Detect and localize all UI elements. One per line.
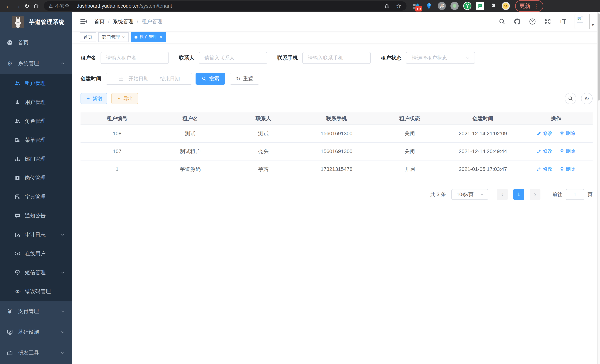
breadcrumb: 首页 / 系统管理 / 租户管理 [94,18,162,25]
sidebar-item-user[interactable]: 用户管理 [0,93,72,112]
refresh-button[interactable]: ↻ [581,93,593,104]
col-actions: 操作 [519,112,593,125]
sidebar-item-dept[interactable]: 部门管理 [0,149,72,168]
prev-page-button[interactable]: ‹ [497,189,508,200]
breadcrumb-system[interactable]: 系统管理 [113,18,134,25]
help-doc-icon[interactable] [529,18,536,25]
extension-kite-icon[interactable] [425,2,433,10]
sidebar-item-label: 支付管理 [18,308,39,315]
sidebar-item-label: 岗位管理 [25,174,46,181]
extension-chat-icon[interactable] [476,2,484,10]
forward-icon[interactable]: → [13,1,22,10]
hide-search-button[interactable] [565,93,576,104]
user-avatar[interactable] [575,14,590,29]
scrollbar-thumb[interactable] [598,13,600,101]
sidebar-item-notice[interactable]: 通知公告 [0,206,72,225]
search-icon [201,76,207,81]
edit-icon [536,167,541,171]
active-dot [134,36,138,38]
pagination: 共 3 条 10条/页 ‹ 1 › 前往 页 [81,189,593,200]
delete-link[interactable]: 删除 [560,148,575,154]
close-icon[interactable]: × [160,35,162,40]
date-range-picker[interactable]: 开始日期 - 结束日期 [106,73,192,84]
github-icon[interactable] [514,18,521,25]
search-button[interactable]: 搜索 [196,73,225,84]
sidebar-item-audit-log[interactable]: 审计日志 [0,225,72,244]
bookmark-star-icon[interactable]: ☆ [396,3,402,9]
breadcrumb-home[interactable]: 首页 [94,18,105,25]
sidebar-item-dict[interactable]: 字典管理 [0,187,72,206]
sidebar-toggle-icon[interactable] [79,18,88,26]
extensions-puzzle-icon[interactable] [489,2,497,10]
role-icon [14,118,20,124]
profile-avatar-icon[interactable] [502,2,510,10]
sidebar-item-system[interactable]: ⚙ 系统管理 [0,53,72,74]
navbar-actions: TT ▾ [490,14,594,29]
delete-link[interactable]: 删除 [560,166,575,172]
extension-command-icon[interactable]: ⌘ [438,2,446,10]
sidebar-item-menu[interactable]: 菜单管理 [0,131,72,149]
extensions-area: 10 ⌘ Y [412,2,510,10]
sidebar-item-post[interactable]: 岗位管理 [0,168,72,187]
status-select[interactable]: 请选择租户状态 [406,52,475,64]
avatar-caret-icon[interactable]: ▾ [592,22,594,28]
chevron-down-icon [480,192,484,197]
add-button[interactable]: 新增 [81,93,107,104]
reset-button[interactable]: ↻ 重置 [230,73,259,84]
sidebar-item-sms[interactable]: 短信管理 [0,263,72,282]
table-tools: ↻ [565,93,593,104]
edit-link[interactable]: 修改 [536,130,553,137]
sidebar-item-dev-tools[interactable]: 研发工具 [0,343,72,363]
current-page-button[interactable]: 1 [513,189,524,200]
plus-icon [86,96,91,101]
font-size-icon[interactable]: TT [559,18,566,25]
sidebar-item-role[interactable]: 角色管理 [0,112,72,131]
header-search-icon[interactable] [498,18,506,25]
tag-home[interactable]: 首页 [80,32,96,42]
col-status: 租户状态 [373,112,446,125]
back-icon[interactable]: ← [4,1,13,10]
edit-link[interactable]: 修改 [536,166,553,172]
navbar: 首页 / 系统管理 / 租户管理 [72,12,600,31]
log-edit-icon [14,232,20,238]
page-content: 租户名 联系人 联系手机 租户状态 请选择租户状态 [72,43,600,364]
fullscreen-icon[interactable] [544,18,551,25]
sidebar-item-error-code[interactable]: </> 错误码管理 [0,282,72,301]
sidebar-item-label: 部门管理 [25,156,46,162]
close-icon[interactable]: × [122,35,125,40]
delete-link[interactable]: 删除 [560,130,575,137]
start-date-placeholder: 开始日期 [129,75,149,82]
url-host: dashboard.yudao.iocoder.cn [76,3,139,9]
page-size-select[interactable]: 10条/页 [451,189,488,200]
gear-icon: ⚙ [7,60,13,67]
export-button[interactable]: 导出 [111,93,138,104]
sidebar-item-infra[interactable]: 基础设施 [0,322,72,343]
sidebar-item-home[interactable]: 首页 [0,32,72,53]
url-path: /system/tenant [140,3,172,9]
sidebar-item-pay[interactable]: ¥ 支付管理 [0,301,72,322]
tenant-name-input[interactable] [101,52,169,64]
tag-tenant[interactable]: 租户管理 × [131,32,166,42]
extension-tabs-icon[interactable]: 10 [412,2,420,10]
address-bar[interactable]: ⚠ 不安全 dashboard.yudao.iocoder.cn/system/… [44,1,406,10]
tag-dept[interactable]: 部门管理 × [98,32,129,42]
edit-link[interactable]: 修改 [536,148,553,154]
sidebar-item-label: 短信管理 [25,269,46,276]
extension-dot-icon[interactable] [450,2,459,10]
logo[interactable]: 芋道管理系统 [0,12,72,32]
extension-y-icon[interactable]: Y [463,2,471,10]
sidebar-item-tenant[interactable]: 租户管理 [0,74,72,93]
chrome-menu-icon[interactable]: ⋮ [533,3,539,9]
mobile-input[interactable] [302,52,371,64]
contact-input[interactable] [199,52,267,64]
reload-icon[interactable]: ↻ [22,1,32,10]
chrome-update-button[interactable]: 更新 ⋮ [515,0,544,12]
sidebar-item-online-user[interactable]: 在线用户 [0,244,72,263]
page-jump-input[interactable] [566,189,584,200]
main-area: 首页 / 系统管理 / 租户管理 [72,12,600,364]
status-text: 关闭 [373,125,446,142]
next-page-button[interactable]: › [530,189,540,200]
share-icon[interactable] [384,3,390,9]
security-label[interactable]: 不安全 [55,3,69,9]
home-icon[interactable] [32,1,41,10]
